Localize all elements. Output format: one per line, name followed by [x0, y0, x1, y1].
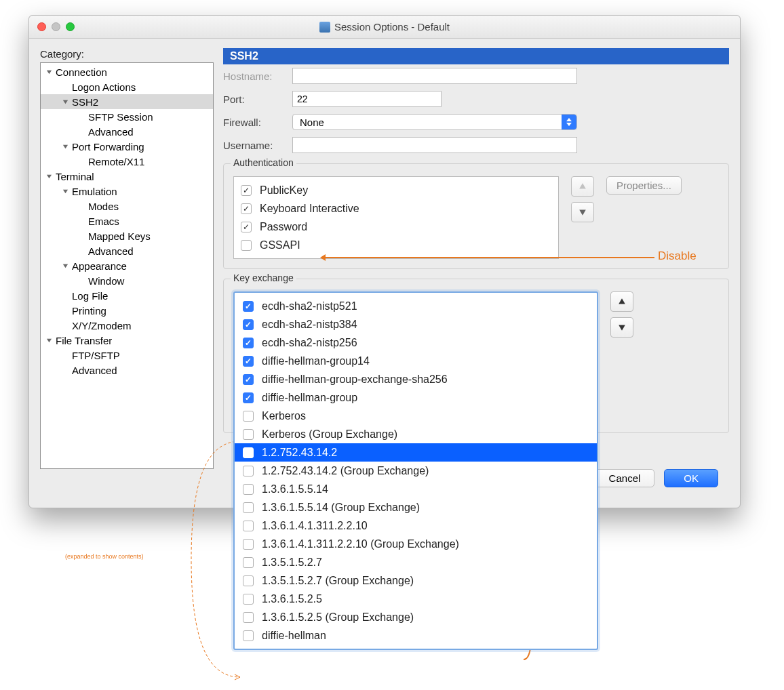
kex-item[interactable]: 1.3.5.1.5.2.7 (Group Exchange): [235, 571, 597, 590]
triangle-down-icon: [618, 323, 626, 331]
firewall-label: Firewall:: [223, 117, 292, 128]
tree-item[interactable]: Emulation: [41, 184, 213, 199]
kex-item[interactable]: 1.3.5.1.5.2.7: [235, 553, 597, 571]
disclosure-triangle-icon[interactable]: [45, 336, 53, 344]
checkbox[interactable]: [241, 240, 252, 251]
disclosure-triangle-icon[interactable]: [61, 187, 69, 195]
disclosure-triangle-icon[interactable]: [61, 142, 69, 150]
tree-item[interactable]: Emacs: [41, 214, 213, 228]
kex-item[interactable]: ecdh-sha2-nistp521: [235, 297, 597, 315]
kex-item[interactable]: 1.3.6.1.5.5.14 (Group Exchange): [235, 498, 597, 516]
kex-item[interactable]: 1.3.6.1.4.1.311.2.2.10 (Group Exchange): [235, 535, 597, 553]
kex-item[interactable]: 1.3.6.1.5.2.5 (Group Exchange): [235, 608, 597, 626]
checkbox[interactable]: [243, 429, 254, 440]
checkbox[interactable]: [243, 447, 254, 458]
checkbox[interactable]: [243, 502, 254, 513]
tree-item[interactable]: Modes: [41, 199, 213, 214]
kex-item[interactable]: 1.3.6.1.5.5.14: [235, 480, 597, 498]
username-input[interactable]: [292, 137, 577, 153]
checkbox[interactable]: [243, 630, 254, 641]
checkbox[interactable]: [243, 338, 254, 348]
checkbox[interactable]: [241, 185, 252, 196]
tree-item[interactable]: Terminal: [41, 169, 213, 184]
disclosure-triangle-icon[interactable]: [45, 172, 53, 180]
disclosure-triangle-icon[interactable]: [45, 68, 53, 76]
checkbox[interactable]: [243, 484, 254, 495]
kex-item-label: diffie-hellman: [262, 630, 326, 642]
tree-item[interactable]: Window: [41, 273, 213, 288]
port-input[interactable]: [292, 91, 442, 107]
kex-item[interactable]: 1.3.6.1.4.1.311.2.2.10: [235, 516, 597, 535]
tree-item-label: Terminal: [56, 171, 94, 182]
kex-item-label: 1.2.752.43.14.2 (Group Exchange): [262, 465, 429, 477]
kex-item[interactable]: ecdh-sha2-nistp384: [235, 315, 597, 333]
checkbox[interactable]: [243, 411, 254, 422]
kex-move-up-button[interactable]: [610, 291, 633, 312]
checkbox[interactable]: [243, 575, 254, 586]
checkbox[interactable]: [243, 319, 254, 330]
auth-move-up-button[interactable]: [571, 176, 594, 197]
tree-item[interactable]: Mapped Keys: [41, 228, 213, 243]
checkbox[interactable]: [241, 222, 252, 232]
checkbox[interactable]: [243, 557, 254, 568]
checkbox[interactable]: [243, 594, 254, 605]
auth-item[interactable]: GSSAPI: [241, 236, 551, 254]
kex-move-down-button[interactable]: [610, 317, 633, 338]
disclosure-triangle-icon[interactable]: [61, 98, 69, 106]
tree-item[interactable]: Logon Actions: [41, 79, 213, 94]
kex-item[interactable]: 1.3.6.1.5.2.5: [235, 590, 597, 608]
kex-item[interactable]: diffie-hellman-group14: [235, 352, 597, 370]
tree-item[interactable]: Advanced: [41, 124, 213, 139]
tree-item[interactable]: SFTP Session: [41, 109, 213, 124]
kex-item[interactable]: diffie-hellman: [235, 626, 597, 645]
tree-item[interactable]: Advanced: [41, 363, 213, 378]
checkbox[interactable]: [243, 374, 254, 385]
ok-button[interactable]: OK: [664, 469, 718, 487]
tree-item[interactable]: Port Forwarding: [41, 139, 213, 154]
kex-item[interactable]: Kerberos: [235, 407, 597, 425]
kex-item[interactable]: Kerberos (Group Exchange): [235, 425, 597, 443]
auth-move-down-button[interactable]: [571, 202, 594, 222]
tree-item[interactable]: File Transfer: [41, 333, 213, 348]
auth-item[interactable]: PublicKey: [241, 181, 551, 199]
auth-item[interactable]: Password: [241, 218, 551, 236]
tree-item-label: FTP/SFTP: [72, 350, 120, 361]
kex-item[interactable]: 1.2.752.43.14.2 (Group Exchange): [235, 462, 597, 480]
checkbox[interactable]: [243, 612, 254, 623]
tree-item[interactable]: FTP/SFTP: [41, 348, 213, 363]
kex-item-label: ecdh-sha2-nistp521: [262, 300, 357, 312]
auth-item[interactable]: Keyboard Interactive: [241, 199, 551, 218]
category-tree[interactable]: ConnectionLogon ActionsSSH2SFTP SessionA…: [40, 62, 214, 469]
tree-item[interactable]: Printing: [41, 303, 213, 318]
panel-title: SSH2: [223, 48, 729, 64]
checkbox[interactable]: [243, 539, 254, 550]
cancel-button[interactable]: Cancel: [595, 469, 655, 487]
tree-item-label: SSH2: [72, 96, 98, 108]
firewall-select[interactable]: None: [292, 114, 577, 130]
tree-item[interactable]: Remote/X11: [41, 154, 213, 169]
tree-item[interactable]: Advanced: [41, 243, 213, 258]
tree-item[interactable]: Connection: [41, 64, 213, 79]
hostname-input[interactable]: [292, 68, 577, 84]
tree-item[interactable]: X/Y/Zmodem: [41, 318, 213, 333]
checkbox[interactable]: [243, 466, 254, 476]
checkbox[interactable]: [243, 392, 254, 403]
tree-item-label: X/Y/Zmodem: [72, 320, 132, 331]
checkbox[interactable]: [243, 521, 254, 531]
checkbox[interactable]: [243, 301, 254, 312]
checkbox[interactable]: [241, 203, 252, 214]
checkbox[interactable]: [243, 356, 254, 367]
kex-item[interactable]: ecdh-sha2-nistp256: [235, 333, 597, 352]
category-sidebar: Category: ConnectionLogon ActionsSSH2SFT…: [40, 48, 214, 497]
kex-item-label: 1.3.6.1.5.5.14 (Group Exchange): [262, 502, 420, 514]
key-exchange-list[interactable]: ecdh-sha2-nistp521ecdh-sha2-nistp384ecdh…: [233, 291, 598, 650]
kex-item[interactable]: diffie-hellman-group: [235, 388, 597, 407]
tree-item[interactable]: Appearance: [41, 258, 213, 273]
disclosure-triangle-icon[interactable]: [61, 262, 69, 270]
properties-button[interactable]: Properties...: [606, 176, 682, 195]
kex-item[interactable]: 1.2.752.43.14.2: [235, 443, 597, 462]
tree-item[interactable]: SSH2: [41, 94, 213, 109]
tree-item[interactable]: Log File: [41, 288, 213, 303]
kex-item[interactable]: diffie-hellman-group-exchange-sha256: [235, 370, 597, 388]
authentication-list[interactable]: PublicKeyKeyboard InteractivePasswordGSS…: [233, 176, 559, 259]
